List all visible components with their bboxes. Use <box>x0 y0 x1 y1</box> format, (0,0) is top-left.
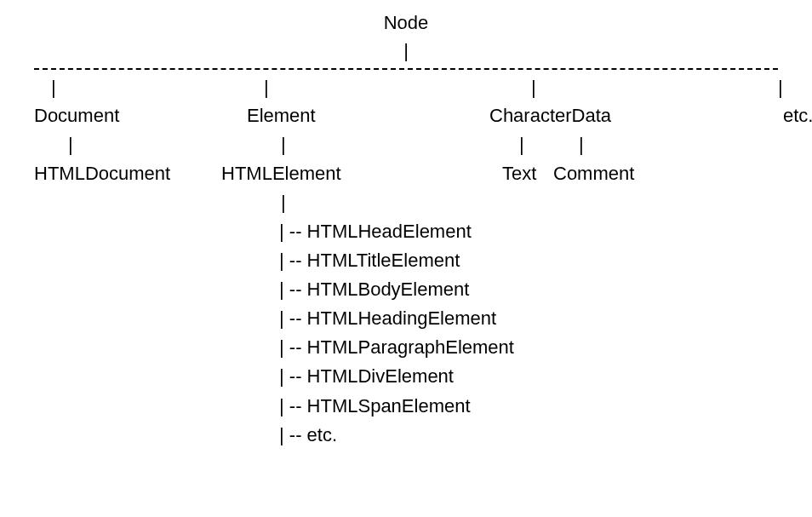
connector-pipe: | <box>281 130 286 158</box>
sublist-connector: | <box>17 188 795 217</box>
root-connector: | <box>17 37 795 65</box>
sublist-item: | -- HTMLSpanElement <box>279 392 795 421</box>
node-text: Text <box>502 159 536 187</box>
connector-pipe: | <box>778 73 783 101</box>
root-node: Node <box>17 9 795 37</box>
sublist-item: | -- etc. <box>279 421 795 450</box>
node-htmlelement: HTMLElement <box>221 159 341 187</box>
html-element-sublist: | -- HTMLHeadElement | -- HTMLTitleEleme… <box>279 217 795 450</box>
level2-connectors: | | | | <box>17 130 795 159</box>
sublist-item: | -- HTMLTitleElement <box>279 246 795 275</box>
connector-pipe: | <box>531 73 536 101</box>
connector-pipe: | <box>281 188 286 216</box>
connector-pipe: | <box>579 130 584 158</box>
level2-row: HTMLDocument HTMLElement Text Comment <box>17 159 795 188</box>
sublist-item: | -- HTMLBodyElement <box>279 275 795 304</box>
node-comment: Comment <box>553 159 634 187</box>
node-document: Document <box>34 101 119 129</box>
connector-pipe: | <box>51 73 56 101</box>
node-characterdata: CharacterData <box>489 101 611 129</box>
connector-pipe: | <box>519 130 524 158</box>
sublist-item: | -- HTMLHeadElement <box>279 217 795 246</box>
sublist-item: | -- HTMLHeadingElement <box>279 304 795 333</box>
connector-pipe: | <box>264 73 269 101</box>
connector-pipe: | <box>68 130 73 158</box>
level1-row: Document Element CharacterData etc. <box>17 101 795 130</box>
node-element: Element <box>247 101 316 129</box>
sublist-item: | -- HTMLDivElement <box>279 362 795 391</box>
node-etc: etc. <box>783 101 812 129</box>
horizontal-divider <box>34 68 778 70</box>
level1-connectors: | | | | <box>17 73 795 101</box>
node-htmldocument: HTMLDocument <box>34 159 170 187</box>
sublist-item: | -- HTMLParagraphElement <box>279 333 795 362</box>
